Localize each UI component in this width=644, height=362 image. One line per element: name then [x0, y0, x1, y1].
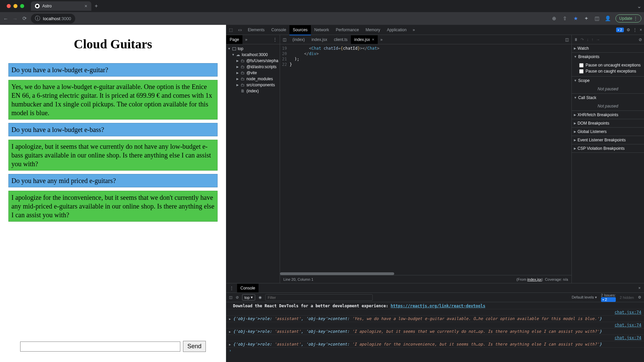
- settings-gear-icon[interactable]: ⚙: [627, 28, 630, 32]
- pause-caught-checkbox[interactable]: Pause on caught exceptions: [579, 68, 641, 74]
- issues-badge[interactable]: ▪ 2: [616, 28, 624, 32]
- devtools-tab-network[interactable]: Network: [311, 25, 332, 35]
- console-prompt[interactable]: ›: [226, 348, 644, 354]
- devtools-tab-performance[interactable]: Performance: [332, 25, 362, 35]
- more-file-tabs-icon[interactable]: »: [378, 37, 385, 42]
- file-tab[interactable]: index.jsx: [308, 35, 331, 44]
- close-drawer-icon[interactable]: ×: [635, 286, 644, 290]
- console-filter-input[interactable]: [265, 294, 373, 301]
- zoom-icon[interactable]: ⊕: [551, 15, 557, 21]
- back-button[interactable]: ←: [3, 16, 9, 21]
- tree-folder[interactable]: ▶🗀@fs/Users/stepha: [226, 58, 280, 64]
- assistant-message: I apologize, but it seems that we curren…: [8, 140, 218, 171]
- file-tab[interactable]: (index): [289, 35, 308, 44]
- tree-folder[interactable]: ▶🗀src/components: [226, 82, 280, 88]
- forward-button[interactable]: →: [12, 16, 18, 21]
- global-listeners-section[interactable]: ▶Global Listeners: [572, 128, 644, 136]
- debug-toolbar: ⏸ ↷ ↓ ↑ → ⊘: [572, 35, 644, 44]
- devtools-tab-console[interactable]: Console: [268, 25, 289, 35]
- minimize-window-button[interactable]: [13, 4, 17, 8]
- tree-folder[interactable]: ▶🗀@id/astro:scripts: [226, 64, 280, 70]
- more-menu-icon[interactable]: ⋮: [633, 28, 637, 32]
- chat-input[interactable]: [20, 342, 180, 352]
- deactivate-breakpoints-button[interactable]: ⊘: [639, 37, 642, 42]
- pause-uncaught-checkbox[interactable]: Pause on uncaught exceptions: [579, 62, 641, 68]
- log-source-link[interactable]: chat.jsx:74: [611, 335, 641, 340]
- reload-button[interactable]: ⟳: [21, 15, 28, 21]
- console-sidebar-toggle-icon[interactable]: ◫: [229, 295, 232, 300]
- close-tab-button[interactable]: ×: [85, 3, 87, 9]
- callstack-section[interactable]: ▼Call Stack: [572, 94, 644, 102]
- send-button[interactable]: Send: [183, 341, 206, 352]
- live-expression-icon[interactable]: ◉: [259, 295, 262, 300]
- profile-icon[interactable]: 👤: [605, 15, 611, 21]
- navigator-menu-icon[interactable]: ⋮: [270, 37, 280, 42]
- step-into-button[interactable]: ↓: [587, 37, 589, 42]
- issues-link[interactable]: 2 Issues: ▪ 2: [601, 293, 616, 302]
- chevron-down-icon[interactable]: ⌄: [637, 3, 641, 9]
- step-over-button[interactable]: ↷: [581, 37, 584, 42]
- devtools-tab-elements[interactable]: Elements: [244, 25, 268, 35]
- new-tab-button[interactable]: +: [95, 3, 98, 9]
- event-listener-breakpoints-section[interactable]: ▶Event Listener Breakpoints: [572, 136, 644, 144]
- devtools-tab-memory[interactable]: Memory: [362, 25, 383, 35]
- h-scrollbar[interactable]: [280, 272, 571, 275]
- scope-section[interactable]: ▼Scope: [572, 77, 644, 85]
- bookmark-star-icon[interactable]: ★: [572, 15, 579, 21]
- console-log-row[interactable]: ▶{'obj-key'>role: 'assistant', 'obj-key'…: [226, 328, 644, 335]
- drawer-menu-icon[interactable]: ⋮: [226, 286, 237, 290]
- console-log-row[interactable]: ▶{'obj-key'>role: 'assistant', 'obj-key'…: [226, 316, 644, 322]
- tab-title: Astro: [42, 4, 82, 8]
- toggle-navigator-icon[interactable]: ◫: [280, 37, 289, 42]
- device-toolbar-icon[interactable]: ▭: [235, 28, 244, 32]
- code-lines: <Chat chatId={chatId}></Chat> </div> );}: [289, 44, 571, 272]
- log-source-link[interactable]: chat.jsx:74: [611, 310, 641, 315]
- maximize-window-button[interactable]: [20, 4, 24, 8]
- clear-console-icon[interactable]: ⊘: [236, 295, 239, 300]
- file-tree: ▼top ▼☁localhost:3000 ▶🗀@fs/Users/stepha…: [226, 44, 280, 283]
- xhr-breakpoints-section[interactable]: ▶XHR/fetch Breakpoints: [572, 111, 644, 119]
- devtools-tab-application[interactable]: Application: [383, 25, 410, 35]
- step-button[interactable]: →: [596, 37, 600, 42]
- file-tab[interactable]: client.ts: [330, 35, 351, 44]
- site-info-icon[interactable]: ⓘ: [35, 15, 40, 22]
- csp-breakpoints-section[interactable]: ▶CSP Violation Breakpoints: [572, 144, 644, 152]
- tree-file[interactable]: 🗎(index): [226, 88, 280, 94]
- breakpoints-section[interactable]: ▼Breakpoints: [572, 53, 644, 61]
- update-button[interactable]: Update⋮: [615, 14, 641, 22]
- console-settings-icon[interactable]: ⚙: [638, 295, 641, 300]
- extensions-icon[interactable]: ✦: [583, 15, 589, 21]
- step-out-button[interactable]: ↑: [591, 37, 593, 42]
- log-source-row: chat.jsx:74: [226, 322, 644, 328]
- log-source-link[interactable]: chat.jsx:74: [611, 323, 641, 327]
- url-bar[interactable]: ⓘ localhost:3000: [31, 14, 75, 24]
- navigator-tab-page[interactable]: Page: [226, 35, 242, 44]
- code-area[interactable]: 19202122 <Chat chatId={chatId}></Chat> <…: [280, 44, 571, 272]
- devtools-tab-sources[interactable]: Sources: [289, 25, 311, 35]
- close-window-button[interactable]: [7, 4, 11, 8]
- inspect-element-icon[interactable]: ⬚: [226, 28, 235, 32]
- tree-folder[interactable]: ▶🗀@vite: [226, 70, 280, 76]
- tree-top[interactable]: ▼top: [226, 46, 280, 52]
- share-icon[interactable]: ⇧: [562, 15, 568, 21]
- sidepanel-icon[interactable]: ◫: [594, 15, 600, 21]
- tree-origin[interactable]: ▼☁localhost:3000: [226, 52, 280, 58]
- react-devtools-link[interactable]: https://reactjs.org/link/react-devtools: [391, 304, 486, 308]
- watch-section[interactable]: ▶Watch: [572, 44, 644, 52]
- toggle-debugger-icon[interactable]: ◫: [562, 37, 571, 42]
- url-text: localhost:3000: [43, 16, 71, 21]
- close-devtools-icon[interactable]: ×: [640, 28, 642, 32]
- console-info-row: Download the React DevTools for a better…: [226, 303, 644, 309]
- console-log-row[interactable]: ▶{'obj-key'>role: 'assistant', 'obj-key'…: [226, 341, 644, 348]
- tree-folder[interactable]: ▶🗀node_modules: [226, 76, 280, 82]
- dom-breakpoints-section[interactable]: ▶DOM Breakpoints: [572, 119, 644, 127]
- file-tab[interactable]: index.jsx×: [351, 35, 378, 44]
- close-file-tab-icon[interactable]: ×: [372, 37, 374, 42]
- more-tabs-icon[interactable]: »: [410, 28, 418, 32]
- browser-tab[interactable]: ⬟ Astro ×: [31, 1, 91, 11]
- log-levels-selector[interactable]: Default levels ▾: [572, 295, 597, 300]
- console-tab[interactable]: Console: [237, 284, 259, 292]
- console-context-selector[interactable]: top▾: [242, 294, 255, 301]
- pause-button[interactable]: ⏸: [574, 37, 578, 42]
- more-navigator-tabs-icon[interactable]: »: [242, 37, 250, 42]
